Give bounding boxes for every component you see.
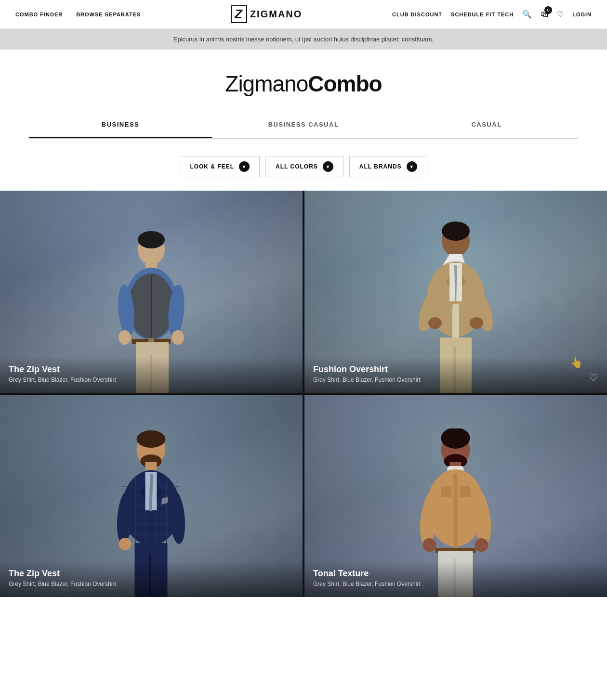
all-colors-chevron-icon: ▼ [323, 161, 333, 172]
tabs: BUSINESS BUSINESS CASUAL CASUAL [29, 112, 578, 139]
card-title-1: The Zip Vest [9, 364, 294, 375]
svg-rect-71 [454, 474, 458, 549]
svg-point-9 [172, 330, 184, 345]
cart-badge: 0 [544, 6, 552, 14]
look-feel-label: LOOK & FEEL [190, 163, 234, 170]
svg-point-75 [475, 538, 488, 552]
card-subtitle-1: Grey Shirt, Blue Blazer, Fushion Overshi… [9, 376, 294, 383]
logo-z-icon: Z [231, 5, 247, 23]
tab-casual[interactable]: CASUAL [395, 112, 578, 138]
header-nav-left: COMBO FINDER BROWSE SEPARATES [15, 12, 141, 17]
svg-point-74 [423, 538, 436, 552]
card-title-3: The Zip Vest [9, 569, 294, 579]
card-subtitle-3: Grey Shirt, Blue Blazer, Fushion Overshi… [9, 581, 294, 587]
svg-point-55 [119, 538, 132, 550]
promo-banner: Epicurus in animis nostris inesse notion… [0, 29, 607, 50]
wishlist-button-2[interactable]: ♡ [589, 372, 598, 384]
card-subtitle-4: Grey Shirt, Blue Blazer, Fushion Overshi… [313, 581, 598, 587]
card-info-4: Tonal Texture Grey Shirt, Blue Blazer, F… [304, 561, 607, 597]
svg-point-59 [441, 428, 470, 449]
card-title-2: Fushion Overshirt [313, 364, 598, 375]
svg-rect-70 [460, 486, 471, 497]
card-info-3: The Zip Vest Grey Shirt, Blue Blazer, Fu… [0, 561, 303, 597]
login-link[interactable]: LOGIN [572, 12, 592, 17]
card-info-2: Fushion Overshirt Grey Shirt, Blue Blaze… [304, 357, 607, 393]
product-card-2[interactable]: Fushion Overshirt Grey Shirt, Blue Blaze… [304, 191, 607, 393]
card-info-1: The Zip Vest Grey Shirt, Blue Blazer, Fu… [0, 357, 303, 393]
card-subtitle-2: Grey Shirt, Blue Blazer, Fushion Overshi… [313, 376, 598, 383]
page-title: ZigmanoCombo [0, 71, 607, 97]
search-icon[interactable]: 🔍 [522, 10, 532, 19]
filters: LOOK & FEEL ▼ ALL COLORS ▼ ALL BRANDS ▼ [0, 139, 607, 191]
svg-point-32 [137, 430, 166, 448]
promo-text: Epicurus in animis nostris inesse notion… [173, 36, 434, 43]
look-feel-filter[interactable]: LOOK & FEEL ▼ [180, 156, 260, 177]
svg-rect-34 [145, 462, 157, 470]
cursor-icon: 👆 [570, 356, 583, 369]
header-nav-right: CLUB DISCOUNT SCHEDULE FIT TECH 🔍 🛍 0 ♡ … [392, 10, 592, 19]
look-feel-chevron-icon: ▼ [239, 161, 250, 172]
page-title-prefix: Zigmano [225, 71, 308, 96]
header-logo[interactable]: Z ZIGMANO [231, 5, 302, 23]
logo-name: ZIGMANO [250, 9, 302, 20]
tab-business[interactable]: BUSINESS [29, 112, 212, 138]
svg-point-27 [470, 317, 483, 329]
all-colors-label: ALL COLORS [276, 163, 318, 170]
product-card-4[interactable]: Tonal Texture Grey Shirt, Blue Blazer, F… [304, 395, 607, 597]
combo-finder-link[interactable]: COMBO FINDER [15, 12, 63, 17]
page-title-bold: Combo [308, 71, 382, 96]
wishlist-icon[interactable]: ♡ [557, 10, 564, 19]
browse-separates-link[interactable]: BROWSE SEPARATES [76, 12, 141, 17]
svg-point-8 [119, 330, 131, 345]
product-card-1[interactable]: The Zip Vest Grey Shirt, Blue Blazer, Fu… [0, 191, 303, 393]
all-brands-chevron-icon: ▼ [407, 161, 417, 172]
svg-point-1 [138, 231, 165, 248]
page-title-section: ZigmanoCombo [0, 50, 607, 112]
svg-point-15 [442, 221, 470, 241]
tab-business-casual[interactable]: BUSINESS CASUAL [212, 112, 395, 138]
svg-rect-69 [441, 486, 452, 497]
cart-icon[interactable]: 🛍 0 [541, 10, 548, 19]
schedule-fit-tech-link[interactable]: SCHEDULE FIT TECH [451, 12, 514, 17]
header: COMBO FINDER BROWSE SEPARATES Z ZIGMANO … [0, 0, 607, 29]
product-grid: The Zip Vest Grey Shirt, Blue Blazer, Fu… [0, 191, 607, 597]
card-title-4: Tonal Texture [313, 569, 598, 579]
club-discount-link[interactable]: CLUB DISCOUNT [392, 12, 442, 17]
all-brands-label: ALL BRANDS [359, 163, 402, 170]
product-card-3[interactable]: The Zip Vest Grey Shirt, Blue Blazer, Fu… [0, 395, 303, 597]
svg-point-26 [428, 317, 442, 329]
all-colors-filter[interactable]: ALL COLORS ▼ [265, 156, 343, 177]
all-brands-filter[interactable]: ALL BRANDS ▼ [349, 156, 427, 177]
